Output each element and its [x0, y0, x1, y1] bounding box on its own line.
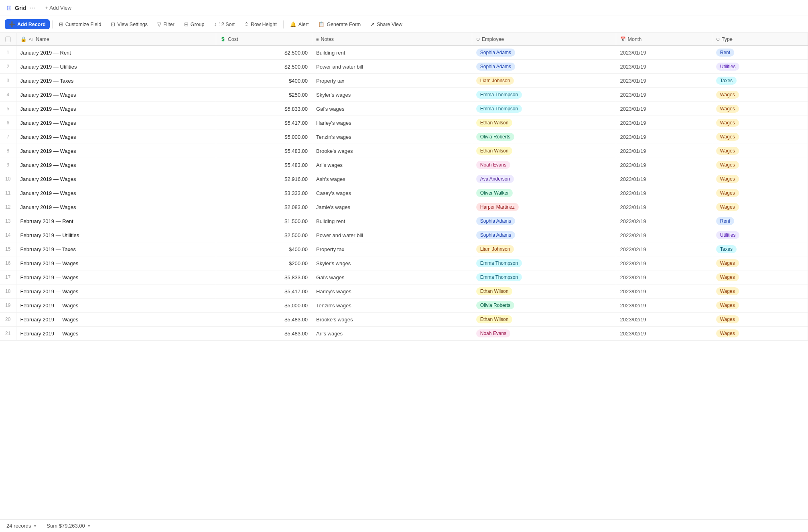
- employee-badge[interactable]: Emma Thompson: [476, 273, 522, 281]
- sort-button[interactable]: ↕ 12 Sort: [210, 20, 239, 29]
- row-height-button[interactable]: ⇕ Row Height: [240, 19, 281, 29]
- type-badge[interactable]: Rent: [716, 49, 734, 57]
- employee-badge[interactable]: Ava Anderson: [476, 175, 514, 183]
- type-badge[interactable]: Wages: [716, 189, 739, 197]
- employee-badge[interactable]: Sophia Adams: [476, 49, 515, 57]
- table-row[interactable]: 4 January 2019 — Wages $250.00 Skyler's …: [0, 88, 808, 102]
- employee-badge[interactable]: Olivia Roberts: [476, 133, 514, 141]
- employee-badge[interactable]: Ethan Wilson: [476, 119, 513, 127]
- col-header-notes[interactable]: ≡ Notes: [312, 33, 472, 46]
- employee-badge[interactable]: Sophia Adams: [476, 231, 515, 239]
- customize-field-button[interactable]: ⊞ Customize Field: [55, 19, 106, 29]
- row-name[interactable]: January 2019 — Wages: [16, 158, 216, 172]
- row-name[interactable]: January 2019 — Wages: [16, 130, 216, 144]
- row-name[interactable]: February 2019 — Wages: [16, 327, 216, 341]
- col-header-cost[interactable]: 💲 Cost: [216, 33, 312, 46]
- row-name[interactable]: February 2019 — Rent: [16, 214, 216, 228]
- table-row[interactable]: 2 January 2019 — Utilities $2,500.00 Pow…: [0, 60, 808, 74]
- col-header-employee[interactable]: ⊙ Employee: [472, 33, 616, 46]
- employee-badge[interactable]: Emma Thompson: [476, 91, 522, 99]
- alert-button[interactable]: 🔔 Alert: [286, 19, 313, 29]
- table-row[interactable]: 15 February 2019 — Taxes $400.00 Propert…: [0, 242, 808, 256]
- type-badge[interactable]: Wages: [716, 161, 739, 169]
- row-name[interactable]: January 2019 — Wages: [16, 88, 216, 102]
- type-badge[interactable]: Wages: [716, 91, 739, 99]
- employee-badge[interactable]: Olivia Roberts: [476, 301, 514, 309]
- type-badge[interactable]: Wages: [716, 203, 739, 211]
- table-row[interactable]: 10 January 2019 — Wages $2,916.00 Ash's …: [0, 172, 808, 186]
- type-badge[interactable]: Utilities: [716, 231, 740, 239]
- more-options-icon[interactable]: ···: [30, 4, 36, 12]
- employee-badge[interactable]: Oliver Walker: [476, 189, 513, 197]
- table-row[interactable]: 14 February 2019 — Utilities $2,500.00 P…: [0, 228, 808, 242]
- row-name[interactable]: February 2019 — Wages: [16, 270, 216, 284]
- employee-badge[interactable]: Emma Thompson: [476, 259, 522, 267]
- type-badge[interactable]: Wages: [716, 301, 739, 309]
- table-row[interactable]: 13 February 2019 — Rent $1,500.00 Buildi…: [0, 214, 808, 228]
- table-row[interactable]: 8 January 2019 — Wages $5,483.00 Brooke'…: [0, 144, 808, 158]
- type-badge[interactable]: Wages: [716, 105, 739, 113]
- row-name[interactable]: February 2019 — Utilities: [16, 228, 216, 242]
- table-row[interactable]: 21 February 2019 — Wages $5,483.00 Ari's…: [0, 327, 808, 341]
- type-badge[interactable]: Wages: [716, 147, 739, 155]
- employee-badge[interactable]: Ethan Wilson: [476, 287, 513, 295]
- table-row[interactable]: 6 January 2019 — Wages $5,417.00 Harley'…: [0, 116, 808, 130]
- employee-badge[interactable]: Liam Johnson: [476, 77, 514, 85]
- employee-badge[interactable]: Sophia Adams: [476, 217, 515, 225]
- col-header-month[interactable]: 📅 Month: [616, 33, 712, 46]
- view-settings-button[interactable]: ⊡ View Settings: [107, 19, 152, 29]
- table-row[interactable]: 9 January 2019 — Wages $5,483.00 Ari's w…: [0, 158, 808, 172]
- row-name[interactable]: February 2019 — Wages: [16, 298, 216, 313]
- row-name[interactable]: January 2019 — Wages: [16, 200, 216, 214]
- type-badge[interactable]: Wages: [716, 287, 739, 295]
- type-badge[interactable]: Wages: [716, 273, 739, 281]
- employee-badge[interactable]: Emma Thompson: [476, 105, 522, 113]
- row-name[interactable]: February 2019 — Wages: [16, 313, 216, 327]
- table-row[interactable]: 20 February 2019 — Wages $5,483.00 Brook…: [0, 313, 808, 327]
- table-row[interactable]: 3 January 2019 — Taxes $400.00 Property …: [0, 74, 808, 88]
- table-row[interactable]: 17 February 2019 — Wages $5,833.00 Gal's…: [0, 270, 808, 284]
- row-name[interactable]: January 2019 — Rent: [16, 46, 216, 60]
- employee-badge[interactable]: Sophia Adams: [476, 63, 515, 71]
- filter-button[interactable]: ▽ Filter: [153, 19, 179, 29]
- group-button[interactable]: ⊟ Group: [180, 19, 209, 29]
- employee-badge[interactable]: Ethan Wilson: [476, 315, 513, 323]
- table-row[interactable]: 19 February 2019 — Wages $5,000.00 Tenzi…: [0, 298, 808, 313]
- share-view-button[interactable]: ↗ Share View: [366, 19, 406, 29]
- row-name[interactable]: February 2019 — Wages: [16, 284, 216, 298]
- select-all-checkbox[interactable]: [5, 37, 11, 42]
- table-row[interactable]: 18 February 2019 — Wages $5,417.00 Harle…: [0, 284, 808, 298]
- employee-badge[interactable]: Harper Martinez: [476, 203, 519, 211]
- type-badge[interactable]: Wages: [716, 133, 739, 141]
- add-record-button[interactable]: ➕ Add Record: [5, 19, 50, 29]
- select-all-header[interactable]: [0, 33, 16, 46]
- row-name[interactable]: January 2019 — Wages: [16, 102, 216, 116]
- employee-badge[interactable]: Liam Johnson: [476, 245, 514, 253]
- employee-badge[interactable]: Ethan Wilson: [476, 147, 513, 155]
- row-name[interactable]: February 2019 — Taxes: [16, 242, 216, 256]
- table-row[interactable]: 16 February 2019 — Wages $200.00 Skyler'…: [0, 256, 808, 270]
- generate-form-button[interactable]: 📋 Generate Form: [314, 19, 365, 29]
- row-name[interactable]: January 2019 — Wages: [16, 144, 216, 158]
- type-badge[interactable]: Taxes: [716, 245, 737, 253]
- type-badge[interactable]: Utilities: [716, 63, 740, 71]
- table-row[interactable]: 12 January 2019 — Wages $2,083.00 Jamie'…: [0, 200, 808, 214]
- row-name[interactable]: February 2019 — Wages: [16, 256, 216, 270]
- col-header-type[interactable]: ⊙ Type: [712, 33, 808, 46]
- type-badge[interactable]: Wages: [716, 119, 739, 127]
- table-row[interactable]: 5 January 2019 — Wages $5,833.00 Gal's w…: [0, 102, 808, 116]
- row-name[interactable]: January 2019 — Utilities: [16, 60, 216, 74]
- type-badge[interactable]: Wages: [716, 259, 739, 267]
- row-name[interactable]: January 2019 — Wages: [16, 186, 216, 200]
- type-badge[interactable]: Rent: [716, 217, 734, 225]
- table-row[interactable]: 1 January 2019 — Rent $2,500.00 Building…: [0, 46, 808, 60]
- row-name[interactable]: January 2019 — Taxes: [16, 74, 216, 88]
- employee-badge[interactable]: Noah Evans: [476, 161, 510, 169]
- type-badge[interactable]: Taxes: [716, 77, 737, 85]
- table-row[interactable]: 11 January 2019 — Wages $3,333.00 Casey'…: [0, 186, 808, 200]
- employee-badge[interactable]: Noah Evans: [476, 329, 510, 337]
- table-row[interactable]: 7 January 2019 — Wages $5,000.00 Tenzin'…: [0, 130, 808, 144]
- row-name[interactable]: January 2019 — Wages: [16, 172, 216, 186]
- type-badge[interactable]: Wages: [716, 329, 739, 337]
- type-badge[interactable]: Wages: [716, 175, 739, 183]
